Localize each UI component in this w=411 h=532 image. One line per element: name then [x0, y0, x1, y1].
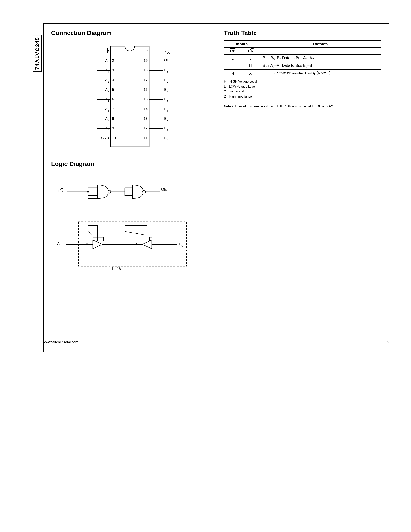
svg-text:A3: A3	[105, 88, 109, 93]
table-row: H X HIGH Z State on A0–A7, B0–B7 (Note 2…	[224, 70, 381, 77]
svg-text:11: 11	[144, 136, 148, 140]
main-content: Connection Diagram T/ R 1	[43, 23, 389, 352]
svg-text:19: 19	[144, 59, 148, 63]
truth-table-notes: H = HIGH Voltage Level L = LOW Voltage L…	[224, 79, 381, 109]
top-section: Connection Diagram T/ R 1	[51, 29, 381, 153]
svg-text:12: 12	[144, 126, 148, 130]
svg-point-68	[108, 190, 111, 193]
truth-table: Inputs Outputs OE T/R L L B	[224, 40, 381, 77]
connection-diagram: Connection Diagram T/ R 1	[51, 29, 208, 153]
svg-text:A2: A2	[105, 78, 109, 83]
page: 74ALVC245 Connection Diagram T/	[22, 0, 389, 352]
col-function-header	[260, 48, 381, 55]
svg-text:A7: A7	[105, 126, 109, 132]
tr-val: L	[241, 55, 260, 62]
col-tr-header: T/R	[241, 48, 260, 55]
svg-marker-83	[93, 240, 103, 249]
oe-val: L	[224, 62, 241, 70]
part-number-label: 74ALVC245	[33, 35, 42, 72]
svg-text:14: 14	[144, 107, 148, 111]
svg-point-76	[142, 190, 146, 193]
svg-rect-0	[111, 46, 149, 147]
svg-text:B3: B3	[164, 97, 168, 103]
svg-line-95	[125, 231, 146, 235]
svg-text:GND: GND	[101, 136, 109, 140]
svg-text:R: R	[61, 189, 63, 193]
svg-marker-87	[142, 240, 152, 249]
svg-text:2: 2	[112, 59, 114, 63]
svg-text:18: 18	[144, 68, 148, 72]
output-val: Bus A0–A7 Data to Bus B0–B7	[260, 62, 381, 70]
svg-line-94	[88, 231, 93, 235]
svg-text:5: 5	[112, 88, 114, 92]
svg-text:VCC: VCC	[164, 49, 170, 54]
svg-text:A0: A0	[105, 59, 109, 64]
ic-diagram: T/ R 1 A0 2 A1 3 A2 4	[51, 40, 208, 153]
note-z: Z = High Impedance	[224, 94, 381, 99]
col-oe-header: OE	[224, 48, 241, 55]
footer: www.fairchildsemi.com 2	[43, 340, 389, 344]
oe-val: H	[224, 70, 241, 77]
svg-text:17: 17	[144, 78, 148, 82]
note-x: X = Immaterial	[224, 89, 381, 94]
logic-diagram-svg: T/ R	[51, 171, 225, 280]
connection-diagram-title: Connection Diagram	[51, 29, 208, 37]
svg-text:B6: B6	[164, 126, 168, 132]
logic-diagram-title: Logic Diagram	[51, 160, 381, 168]
logic-diagram-svg-container: T/ R	[51, 171, 381, 280]
svg-text:8: 8	[112, 117, 114, 121]
svg-text:T/: T/	[57, 189, 61, 193]
svg-text:6: 6	[112, 97, 114, 101]
svg-text:B0: B0	[164, 68, 168, 74]
svg-text:B5: B5	[164, 117, 168, 122]
svg-text:A0: A0	[57, 241, 61, 247]
svg-text:20: 20	[144, 49, 148, 53]
svg-text:OE: OE	[161, 187, 167, 191]
truth-table-title: Truth Table	[224, 29, 381, 37]
logic-diagram: Logic Diagram T/ R	[51, 160, 381, 280]
svg-text:A5: A5	[105, 107, 109, 112]
table-row: L L Bus B0–B7 Data to Bus A0–A7	[224, 55, 381, 62]
svg-text:10: 10	[112, 136, 116, 140]
svg-text:1: 1	[112, 49, 114, 53]
tr-val: H	[241, 62, 260, 70]
svg-text:B7: B7	[164, 136, 168, 141]
svg-text:3: 3	[112, 68, 114, 72]
svg-text:7: 7	[112, 107, 114, 111]
inputs-header: Inputs	[224, 41, 260, 48]
tr-val: X	[241, 70, 260, 77]
ic-svg: T/ R 1 A0 2 A1 3 A2 4	[89, 40, 170, 153]
page-number: 2	[387, 340, 389, 344]
svg-text:4: 4	[112, 78, 114, 82]
svg-text:A1: A1	[105, 68, 109, 74]
truth-table-section: Truth Table Inputs Outputs OE T/R	[224, 29, 381, 153]
oe-val: L	[224, 55, 241, 62]
svg-text:B4: B4	[164, 107, 168, 112]
svg-text:15: 15	[144, 97, 148, 101]
outputs-header: Outputs	[260, 41, 381, 48]
svg-text:B1: B1	[164, 78, 168, 83]
svg-text:13: 13	[144, 117, 148, 121]
note-l: L = LOW Voltage Level	[224, 84, 381, 89]
svg-text:9: 9	[112, 126, 114, 130]
svg-text:B2: B2	[164, 88, 168, 93]
svg-text:A4: A4	[105, 97, 109, 103]
svg-text:R: R	[107, 50, 110, 54]
website-label: www.fairchildsemi.com	[43, 340, 78, 344]
output-val: HIGH Z State on A0–A7, B0–B7 (Note 2)	[260, 70, 381, 77]
table-row: L H Bus A0–A7 Data to Bus B0–B7	[224, 62, 381, 70]
svg-text:OE: OE	[164, 58, 169, 62]
svg-text:B0: B0	[179, 242, 183, 247]
svg-text:1 of 8: 1 of 8	[111, 266, 121, 271]
svg-text:A6: A6	[105, 117, 109, 122]
note-2: Note 2: Unused bus terminals during HIGH…	[224, 104, 381, 109]
output-val: Bus B0–B7 Data to Bus A0–A7	[260, 55, 381, 62]
svg-text:16: 16	[144, 88, 148, 92]
note-h: H = HIGH Voltage Level	[224, 79, 381, 84]
